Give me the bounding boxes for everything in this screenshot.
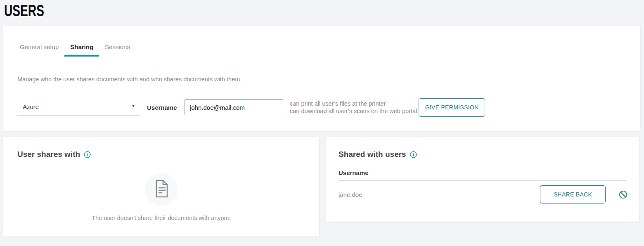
username-column-header: Username [339,169,369,176]
document-icon-circle [145,173,178,206]
page-title: USERS [4,2,44,20]
info-icon[interactable] [84,151,91,158]
empty-share-message: The user doesn't share their documents w… [3,215,319,221]
shared-with-users-title: Shared with users [339,150,406,159]
info-icon[interactable] [410,151,417,158]
shared-with-users-card: Shared with users Username jane.doe SHAR… [326,137,639,222]
give-permission-form: Azure ▼ Username can print all user’s fi… [17,98,485,117]
table-row: jane.doe SHARE BACK [339,179,627,210]
permission-hints: can print all user’s files at the printe… [290,100,414,115]
permission-hint-line: can print all user’s files at the printe… [290,100,414,107]
permission-hint-line: can download all user’s scans on the web… [290,107,414,115]
user-shares-with-card: User shares with The user doesn't share … [3,137,319,237]
block-share-icon[interactable] [619,190,627,199]
username-label: Username [147,104,178,111]
sharing-description: Manage who the user shares documents wit… [17,76,242,83]
empty-share-state: The user doesn't share their documents w… [3,173,319,221]
share-back-button[interactable]: SHARE BACK [540,185,606,203]
username-input[interactable] [185,99,283,115]
shared-username: jane.doe [339,191,540,198]
tab-bar: General setup Sharing Sessions [14,43,136,56]
chevron-down-icon: ▼ [131,104,135,108]
sharing-settings-panel: General setup Sharing Sessions Manage wh… [3,26,640,131]
tab-sharing[interactable]: Sharing [64,43,99,56]
tab-general-setup[interactable]: General setup [14,43,64,56]
provider-select[interactable]: Azure ▼ [17,98,140,116]
user-shares-with-title: User shares with [17,150,80,159]
tab-sessions[interactable]: Sessions [99,43,136,56]
document-icon [154,180,168,199]
provider-select-value: Azure [23,103,39,110]
give-permission-button[interactable]: GIVE PERMISSION [419,98,485,117]
